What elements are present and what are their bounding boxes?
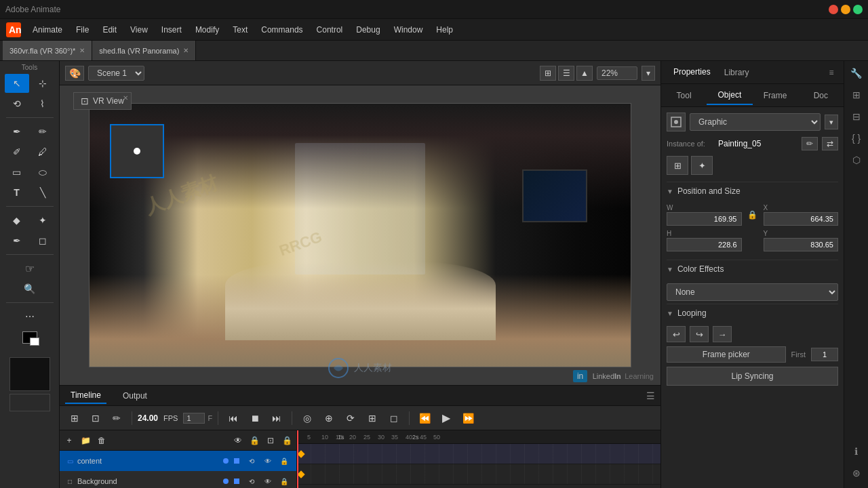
onion-skin-outlines-button[interactable]: ⊕ — [319, 411, 338, 426]
layer-background[interactable]: □ Background ⟲ 👁 🔒 — [60, 471, 296, 488]
graphic-type-select[interactable]: Graphic — [690, 113, 821, 131]
menu-insert[interactable]: Insert — [156, 22, 187, 37]
playhead[interactable] — [297, 430, 298, 488]
canvas-tool-icon[interactable]: 🎨 — [65, 66, 84, 81]
eye-icon[interactable]: 👁 — [231, 434, 245, 447]
layer-bg-loop[interactable]: ⟲ — [245, 475, 258, 487]
selection-tool[interactable]: ↖ — [5, 74, 29, 93]
go-to-end-button[interactable]: ⏭ — [267, 411, 286, 426]
right-icon-grid[interactable]: ⊞ — [847, 485, 866, 488]
right-icon-code[interactable]: { } — [847, 129, 866, 148]
color-effects-section[interactable]: ▼ Color Effects — [667, 260, 838, 278]
w-input[interactable] — [667, 212, 742, 226]
layer-type-button[interactable]: ⊞ — [65, 411, 84, 426]
menu-control[interactable]: Control — [311, 22, 349, 37]
camera-button[interactable]: ◻ — [384, 411, 403, 426]
brush-tool[interactable]: ✏ — [31, 122, 55, 141]
panel-options-icon[interactable]: ≡ — [825, 66, 838, 79]
background-track[interactable] — [297, 464, 660, 485]
delete-layer-button[interactable]: 🗑 — [95, 434, 108, 447]
layer-content[interactable]: ▭ content ⟲ 👁 🔒 — [60, 451, 296, 471]
fit-view-button[interactable]: ⊞ — [540, 66, 556, 81]
properties-symbol-btn[interactable]: ⊞ — [667, 156, 688, 175]
library-tab[interactable]: Library — [717, 64, 756, 81]
loop-mode-2[interactable]: ↪ — [690, 326, 709, 342]
menu-file[interactable]: File — [71, 22, 94, 37]
y-input[interactable] — [764, 238, 839, 251]
lip-sync-button[interactable]: Lip Syncing — [667, 367, 838, 386]
add-layer-button[interactable]: + — [62, 434, 76, 447]
menu-view[interactable]: View — [125, 22, 153, 37]
right-icon-transform[interactable]: ⊞ — [847, 85, 866, 104]
rectangle-tool[interactable]: ▭ — [5, 163, 29, 182]
free-transform-tool[interactable]: ⟲ — [5, 94, 29, 113]
zoom-dropdown[interactable]: ▾ — [642, 66, 655, 81]
graphic-options-icon[interactable]: ▾ — [825, 115, 838, 129]
subselection-tool[interactable]: ⊹ — [31, 74, 55, 93]
tab-timeline[interactable]: Timeline — [65, 388, 106, 404]
lock-all-icon[interactable]: 🔒 — [248, 434, 261, 447]
line-tool[interactable]: ╲ — [31, 183, 55, 202]
rewind-button[interactable]: ⏪ — [415, 411, 434, 426]
menu-edit[interactable]: Edit — [97, 22, 122, 37]
play-button[interactable]: ▶ — [437, 411, 456, 426]
fast-forward-button[interactable]: ⏩ — [458, 411, 477, 426]
tab-shed-close[interactable]: ✕ — [183, 47, 189, 54]
canvas-image[interactable]: 人人素材 RRCG — [89, 103, 631, 367]
x-input[interactable] — [764, 212, 839, 226]
stop-button[interactable]: ⏹ — [245, 411, 264, 426]
looping-section[interactable]: ▼ Looping — [667, 304, 838, 322]
position-size-section[interactable]: ▼ Position and Size — [667, 182, 838, 200]
tool-tab[interactable]: Tool — [661, 87, 707, 104]
sync-button[interactable]: ⊞ — [363, 411, 382, 426]
layer-bg-vis[interactable]: 👁 — [261, 475, 275, 487]
h-input[interactable] — [667, 238, 742, 251]
pen-tool[interactable]: ✒ — [5, 122, 29, 141]
stroke-color[interactable] — [22, 331, 37, 344]
layer-content-vis[interactable]: 👁 — [261, 455, 275, 467]
menu-debug[interactable]: Debug — [351, 22, 385, 37]
zoom-tool[interactable]: 🔍 — [18, 279, 42, 298]
layer-content-lock[interactable]: 🔒 — [277, 455, 291, 467]
color-effects-select[interactable]: None Brightness Tint Advanced Alpha — [667, 283, 838, 301]
timeline-options-icon[interactable]: ☰ — [646, 390, 655, 401]
edit-symbol-btn[interactable]: ✦ — [691, 156, 713, 175]
right-icon-history[interactable]: ⊛ — [847, 464, 866, 483]
eyedropper-tool[interactable]: ✒ — [5, 231, 29, 250]
properties-tab[interactable]: Properties — [667, 63, 717, 82]
menu-help[interactable]: Help — [431, 22, 458, 37]
go-to-start-button[interactable]: ⏮ — [224, 411, 243, 426]
content-track[interactable] — [297, 444, 660, 464]
loop-mode-1[interactable]: ↩ — [667, 326, 686, 342]
add-folder-button[interactable]: 📁 — [79, 434, 92, 447]
first-input[interactable] — [811, 348, 838, 361]
tab-360vr-close[interactable]: ✕ — [79, 47, 85, 54]
outline-all-icon[interactable]: ⊡ — [264, 434, 277, 447]
frame-tab[interactable]: Frame — [753, 87, 798, 104]
object-tab[interactable]: Object — [707, 86, 752, 105]
lock-icon[interactable]: 🔒 — [745, 210, 761, 220]
frame-picker-button[interactable]: Frame picker — [667, 346, 786, 363]
loop-mode-3[interactable]: → — [713, 326, 732, 342]
menu-window[interactable]: Window — [389, 22, 429, 37]
ink-bottle-tool[interactable]: ✦ — [31, 211, 55, 230]
maximize-button[interactable] — [853, 5, 863, 14]
hand-tool[interactable]: ☞ — [18, 259, 42, 278]
lasso-tool[interactable]: ⌇ — [31, 94, 55, 113]
oval-tool[interactable]: ⬭ — [31, 163, 55, 182]
menu-text[interactable]: Text — [227, 22, 253, 37]
lock-icon[interactable]: 🔒 — [280, 434, 294, 447]
menu-modify[interactable]: Modify — [190, 22, 224, 37]
right-icon-tools[interactable]: 🔧 — [847, 64, 866, 83]
window-controls[interactable] — [829, 5, 863, 14]
menu-animate[interactable]: Animate — [27, 22, 68, 37]
vr-close-icon[interactable]: ✕ — [123, 94, 128, 102]
menu-commands[interactable]: Commands — [256, 22, 308, 37]
zoom-input[interactable] — [597, 66, 637, 80]
frame-input[interactable] — [183, 413, 205, 424]
eraser-tool[interactable]: ◻ — [31, 231, 55, 250]
gradient-tool[interactable]: ◆ — [5, 211, 29, 230]
edit-button[interactable]: ✏ — [107, 411, 126, 426]
tab-360vr[interactable]: 360vr.fla (VR 360°)* ✕ — [3, 41, 92, 60]
more-tools[interactable]: ⋯ — [18, 307, 42, 326]
